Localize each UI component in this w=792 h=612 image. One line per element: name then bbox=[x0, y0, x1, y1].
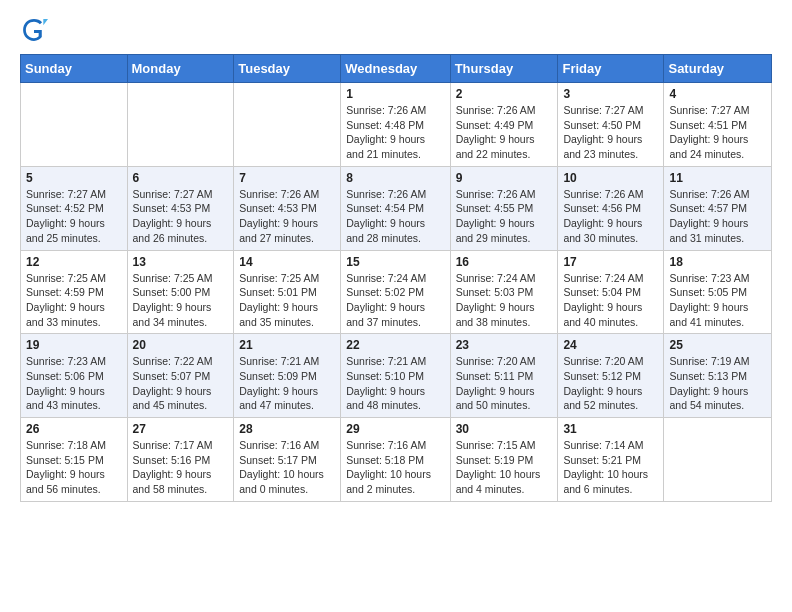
day-number: 10 bbox=[563, 171, 658, 185]
day-info: Sunrise: 7:26 AM Sunset: 4:49 PM Dayligh… bbox=[456, 103, 553, 162]
day-info: Sunrise: 7:21 AM Sunset: 5:09 PM Dayligh… bbox=[239, 354, 335, 413]
calendar-cell bbox=[21, 83, 128, 167]
calendar-cell: 24Sunrise: 7:20 AM Sunset: 5:12 PM Dayli… bbox=[558, 334, 664, 418]
page: SundayMondayTuesdayWednesdayThursdayFrid… bbox=[0, 0, 792, 518]
day-number: 6 bbox=[133, 171, 229, 185]
logo bbox=[20, 16, 52, 44]
day-info: Sunrise: 7:16 AM Sunset: 5:17 PM Dayligh… bbox=[239, 438, 335, 497]
col-header-monday: Monday bbox=[127, 55, 234, 83]
calendar-cell: 23Sunrise: 7:20 AM Sunset: 5:11 PM Dayli… bbox=[450, 334, 558, 418]
calendar-cell: 8Sunrise: 7:26 AM Sunset: 4:54 PM Daylig… bbox=[341, 166, 450, 250]
day-info: Sunrise: 7:20 AM Sunset: 5:11 PM Dayligh… bbox=[456, 354, 553, 413]
calendar-week-2: 5Sunrise: 7:27 AM Sunset: 4:52 PM Daylig… bbox=[21, 166, 772, 250]
day-number: 23 bbox=[456, 338, 553, 352]
day-info: Sunrise: 7:15 AM Sunset: 5:19 PM Dayligh… bbox=[456, 438, 553, 497]
day-info: Sunrise: 7:21 AM Sunset: 5:10 PM Dayligh… bbox=[346, 354, 444, 413]
day-info: Sunrise: 7:25 AM Sunset: 4:59 PM Dayligh… bbox=[26, 271, 122, 330]
day-number: 29 bbox=[346, 422, 444, 436]
calendar-cell bbox=[127, 83, 234, 167]
day-info: Sunrise: 7:27 AM Sunset: 4:53 PM Dayligh… bbox=[133, 187, 229, 246]
day-info: Sunrise: 7:26 AM Sunset: 4:48 PM Dayligh… bbox=[346, 103, 444, 162]
day-number: 1 bbox=[346, 87, 444, 101]
calendar-cell: 14Sunrise: 7:25 AM Sunset: 5:01 PM Dayli… bbox=[234, 250, 341, 334]
day-number: 2 bbox=[456, 87, 553, 101]
day-info: Sunrise: 7:14 AM Sunset: 5:21 PM Dayligh… bbox=[563, 438, 658, 497]
day-number: 15 bbox=[346, 255, 444, 269]
calendar-cell: 16Sunrise: 7:24 AM Sunset: 5:03 PM Dayli… bbox=[450, 250, 558, 334]
day-number: 20 bbox=[133, 338, 229, 352]
day-info: Sunrise: 7:20 AM Sunset: 5:12 PM Dayligh… bbox=[563, 354, 658, 413]
day-info: Sunrise: 7:26 AM Sunset: 4:53 PM Dayligh… bbox=[239, 187, 335, 246]
day-number: 13 bbox=[133, 255, 229, 269]
col-header-thursday: Thursday bbox=[450, 55, 558, 83]
calendar-cell: 15Sunrise: 7:24 AM Sunset: 5:02 PM Dayli… bbox=[341, 250, 450, 334]
day-number: 4 bbox=[669, 87, 766, 101]
day-info: Sunrise: 7:27 AM Sunset: 4:50 PM Dayligh… bbox=[563, 103, 658, 162]
day-info: Sunrise: 7:23 AM Sunset: 5:06 PM Dayligh… bbox=[26, 354, 122, 413]
day-info: Sunrise: 7:24 AM Sunset: 5:04 PM Dayligh… bbox=[563, 271, 658, 330]
day-info: Sunrise: 7:23 AM Sunset: 5:05 PM Dayligh… bbox=[669, 271, 766, 330]
col-header-tuesday: Tuesday bbox=[234, 55, 341, 83]
calendar-cell: 10Sunrise: 7:26 AM Sunset: 4:56 PM Dayli… bbox=[558, 166, 664, 250]
day-number: 18 bbox=[669, 255, 766, 269]
day-number: 17 bbox=[563, 255, 658, 269]
day-info: Sunrise: 7:26 AM Sunset: 4:55 PM Dayligh… bbox=[456, 187, 553, 246]
day-number: 26 bbox=[26, 422, 122, 436]
calendar-cell: 26Sunrise: 7:18 AM Sunset: 5:15 PM Dayli… bbox=[21, 418, 128, 502]
day-number: 22 bbox=[346, 338, 444, 352]
calendar-cell: 22Sunrise: 7:21 AM Sunset: 5:10 PM Dayli… bbox=[341, 334, 450, 418]
day-info: Sunrise: 7:27 AM Sunset: 4:52 PM Dayligh… bbox=[26, 187, 122, 246]
calendar-cell: 27Sunrise: 7:17 AM Sunset: 5:16 PM Dayli… bbox=[127, 418, 234, 502]
calendar-cell: 31Sunrise: 7:14 AM Sunset: 5:21 PM Dayli… bbox=[558, 418, 664, 502]
calendar-week-1: 1Sunrise: 7:26 AM Sunset: 4:48 PM Daylig… bbox=[21, 83, 772, 167]
day-number: 25 bbox=[669, 338, 766, 352]
calendar-cell bbox=[664, 418, 772, 502]
calendar-cell: 20Sunrise: 7:22 AM Sunset: 5:07 PM Dayli… bbox=[127, 334, 234, 418]
calendar-cell: 17Sunrise: 7:24 AM Sunset: 5:04 PM Dayli… bbox=[558, 250, 664, 334]
col-header-friday: Friday bbox=[558, 55, 664, 83]
day-info: Sunrise: 7:24 AM Sunset: 5:03 PM Dayligh… bbox=[456, 271, 553, 330]
day-number: 30 bbox=[456, 422, 553, 436]
day-number: 24 bbox=[563, 338, 658, 352]
day-info: Sunrise: 7:25 AM Sunset: 5:00 PM Dayligh… bbox=[133, 271, 229, 330]
day-number: 8 bbox=[346, 171, 444, 185]
calendar-cell: 9Sunrise: 7:26 AM Sunset: 4:55 PM Daylig… bbox=[450, 166, 558, 250]
day-info: Sunrise: 7:19 AM Sunset: 5:13 PM Dayligh… bbox=[669, 354, 766, 413]
day-number: 9 bbox=[456, 171, 553, 185]
calendar-cell: 13Sunrise: 7:25 AM Sunset: 5:00 PM Dayli… bbox=[127, 250, 234, 334]
day-number: 14 bbox=[239, 255, 335, 269]
day-info: Sunrise: 7:27 AM Sunset: 4:51 PM Dayligh… bbox=[669, 103, 766, 162]
calendar-week-5: 26Sunrise: 7:18 AM Sunset: 5:15 PM Dayli… bbox=[21, 418, 772, 502]
calendar-cell bbox=[234, 83, 341, 167]
calendar-cell: 21Sunrise: 7:21 AM Sunset: 5:09 PM Dayli… bbox=[234, 334, 341, 418]
day-number: 7 bbox=[239, 171, 335, 185]
day-info: Sunrise: 7:16 AM Sunset: 5:18 PM Dayligh… bbox=[346, 438, 444, 497]
calendar-cell: 7Sunrise: 7:26 AM Sunset: 4:53 PM Daylig… bbox=[234, 166, 341, 250]
calendar-header-row: SundayMondayTuesdayWednesdayThursdayFrid… bbox=[21, 55, 772, 83]
calendar-cell: 11Sunrise: 7:26 AM Sunset: 4:57 PM Dayli… bbox=[664, 166, 772, 250]
day-info: Sunrise: 7:24 AM Sunset: 5:02 PM Dayligh… bbox=[346, 271, 444, 330]
day-number: 31 bbox=[563, 422, 658, 436]
day-info: Sunrise: 7:26 AM Sunset: 4:54 PM Dayligh… bbox=[346, 187, 444, 246]
day-number: 28 bbox=[239, 422, 335, 436]
calendar-cell: 25Sunrise: 7:19 AM Sunset: 5:13 PM Dayli… bbox=[664, 334, 772, 418]
header bbox=[20, 16, 772, 44]
day-number: 19 bbox=[26, 338, 122, 352]
col-header-wednesday: Wednesday bbox=[341, 55, 450, 83]
calendar-cell: 5Sunrise: 7:27 AM Sunset: 4:52 PM Daylig… bbox=[21, 166, 128, 250]
day-number: 12 bbox=[26, 255, 122, 269]
calendar-cell: 29Sunrise: 7:16 AM Sunset: 5:18 PM Dayli… bbox=[341, 418, 450, 502]
calendar-cell: 28Sunrise: 7:16 AM Sunset: 5:17 PM Dayli… bbox=[234, 418, 341, 502]
day-number: 16 bbox=[456, 255, 553, 269]
calendar-cell: 6Sunrise: 7:27 AM Sunset: 4:53 PM Daylig… bbox=[127, 166, 234, 250]
day-number: 21 bbox=[239, 338, 335, 352]
day-info: Sunrise: 7:26 AM Sunset: 4:56 PM Dayligh… bbox=[563, 187, 658, 246]
calendar-cell: 19Sunrise: 7:23 AM Sunset: 5:06 PM Dayli… bbox=[21, 334, 128, 418]
col-header-saturday: Saturday bbox=[664, 55, 772, 83]
day-number: 3 bbox=[563, 87, 658, 101]
calendar-cell: 18Sunrise: 7:23 AM Sunset: 5:05 PM Dayli… bbox=[664, 250, 772, 334]
day-info: Sunrise: 7:26 AM Sunset: 4:57 PM Dayligh… bbox=[669, 187, 766, 246]
calendar-table: SundayMondayTuesdayWednesdayThursdayFrid… bbox=[20, 54, 772, 502]
calendar-cell: 30Sunrise: 7:15 AM Sunset: 5:19 PM Dayli… bbox=[450, 418, 558, 502]
logo-icon bbox=[20, 16, 48, 44]
